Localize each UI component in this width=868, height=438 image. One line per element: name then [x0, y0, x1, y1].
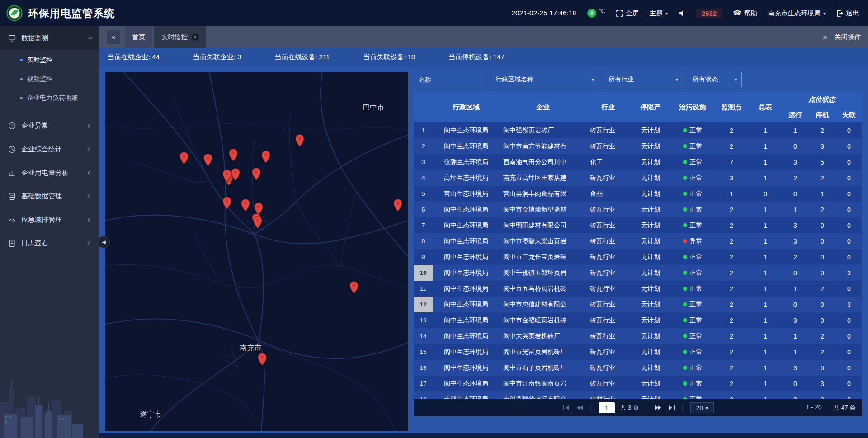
map-pin-icon[interactable]: [261, 150, 271, 163]
table-row[interactable]: 8 阆中生态环境局 阆中市枣碧大梁山页岩 砖瓦行业 无计划 异常 2 1 3 0…: [414, 233, 862, 249]
table-row[interactable]: 6 阆中生态环境局 阆中市金博瑞新型墙材 砖瓦行业 无计划 正常 2 1 1 2…: [414, 202, 862, 217]
map-pin-icon[interactable]: [231, 168, 241, 181]
cell-points: 7: [714, 154, 749, 170]
sidebar-item[interactable]: 应急减排管理: [0, 208, 99, 231]
chevron-down-icon: ▾: [592, 77, 594, 82]
industry-filter-value: 所有行业: [609, 75, 634, 84]
col-header[interactable]: 企业: [500, 92, 586, 122]
sidebar-item[interactable]: 企业异常: [0, 114, 99, 137]
map-panel[interactable]: 巴中市南充市遂宁市: [105, 72, 408, 431]
tab-item[interactable]: 首页: [125, 26, 152, 48]
col-header[interactable]: 停限产: [630, 92, 671, 122]
table-row[interactable]: 10 阆中生态环境局 阆中千佛镇五郎垭页岩 砖瓦行业 无计划 正常 2 1 0 …: [414, 265, 862, 281]
tab-item[interactable]: 实时监控 ×: [154, 26, 206, 48]
map-pin-icon[interactable]: [349, 281, 359, 294]
cell-index: 2: [414, 138, 433, 154]
fullscreen-icon: [616, 10, 623, 17]
page-size-select[interactable]: 20 ▾: [690, 402, 714, 413]
col-header[interactable]: 监测点: [714, 92, 749, 122]
table-row[interactable]: 14 阆中生态环境局 阆中大兴页岩机砖厂 砖瓦行业 无计划 正常 2 1 1 2…: [414, 328, 862, 344]
cell-limit: 无计划: [630, 360, 671, 376]
cell-meters: 0: [749, 186, 782, 202]
sidebar-subitem[interactable]: 企业电力负荷明细: [0, 89, 99, 108]
table-row[interactable]: 5 营山生态环境局 营山县润丰肉食品有限 食品 无计划 正常 1 0 0 1 0: [414, 186, 862, 202]
table-row[interactable]: 7 阆中生态环境局 阆中明阳建材有限公司 砖瓦行业 无计划 正常 2 1 3 0…: [414, 217, 862, 233]
table-row[interactable]: 1 阆中生态环境局 阆中强锐页岩砖厂 砖瓦行业 无计划 正常 2 1 1 2 0: [414, 122, 862, 138]
col-header[interactable]: 行政区域: [433, 92, 500, 122]
status-dot-icon: [683, 271, 687, 275]
first-page-button[interactable]: [562, 405, 570, 411]
table-row[interactable]: 11 阆中生态环境局 阆中市五马桥页岩机砖 砖瓦行业 无计划 正常 2 1 1 …: [414, 281, 862, 297]
table-row[interactable]: 12 阆中生态环境局 阆中市忠信建材有限公 砖瓦行业 无计划 正常 2 1 0 …: [414, 297, 862, 312]
tab-close-icon[interactable]: ×: [192, 33, 199, 41]
close-operations-button[interactable]: 关闭操作: [835, 33, 861, 42]
map-pin-icon[interactable]: [203, 154, 213, 167]
next-page-button[interactable]: [654, 405, 662, 411]
table-row[interactable]: 13 阆中生态环境局 阆中市金福旺页岩机砖 砖瓦行业 无计划 正常 2 1 3 …: [414, 312, 862, 328]
map-pin-icon[interactable]: [228, 148, 238, 161]
cell-meters: 1: [749, 265, 782, 281]
map-pin-icon[interactable]: [252, 168, 261, 181]
col-header[interactable]: 总表: [749, 92, 782, 122]
industry-filter-select[interactable]: 所有行业 ▾: [604, 72, 683, 87]
region-filter-select[interactable]: 行政区域名称 ▾: [491, 72, 599, 87]
sidebar-item[interactable]: 企业用电量分析: [0, 161, 99, 184]
cell-industry: 砖瓦行业: [586, 249, 630, 265]
col-subheader[interactable]: 运行: [782, 107, 809, 122]
cell-facility: 正常: [671, 202, 714, 217]
logout-button[interactable]: 退出: [836, 9, 859, 18]
col-subheader[interactable]: 停机: [809, 107, 836, 122]
table-row[interactable]: 17 阆中生态环境局 阆中市江南镇阆南页岩 砖瓦行业 无计划 正常 2 1 0 …: [414, 376, 862, 391]
page-number-input[interactable]: [599, 402, 615, 413]
divider: │: [681, 405, 684, 411]
sidebar-item[interactable]: 基础数据管理: [0, 184, 99, 208]
table-row[interactable]: 18 南部生态环境局 南部县瑞华水泥有限公 建材行业 无计划 正常 2 1 0 …: [414, 391, 862, 399]
map-pin-icon[interactable]: [222, 170, 231, 183]
alarm-speaker-icon[interactable]: [679, 10, 685, 17]
table-row[interactable]: 15 阆中生态环境局 阆中市光富页岩机砖厂 砖瓦行业 无计划 正常 2 1 1 …: [414, 344, 862, 360]
map-pin-icon[interactable]: [258, 353, 267, 366]
cell-stopped: 2: [809, 122, 836, 138]
map-pin-icon[interactable]: [241, 199, 250, 212]
bullet-icon: [20, 78, 23, 80]
map-pin-icon[interactable]: [393, 198, 402, 212]
stat-value: 44: [152, 53, 160, 61]
help-button[interactable]: ☎ 帮助: [733, 9, 757, 18]
map-pin-icon[interactable]: [222, 196, 231, 209]
col-subheader[interactable]: 失联: [836, 107, 862, 122]
alarm-count-badge[interactable]: 2632: [696, 9, 722, 18]
table-row[interactable]: 4 高坪生态环境局 南充市高坪区王家店建 砖瓦行业 无计划 正常 3 1 2 2…: [414, 170, 862, 186]
theme-dropdown[interactable]: 主题 ▾: [650, 9, 668, 18]
cell-region: 高坪生态环境局: [433, 170, 500, 186]
map-pin-icon[interactable]: [253, 216, 263, 229]
cell-points: 3: [714, 170, 749, 186]
org-dropdown[interactable]: 南充市生态环境局 ▾: [768, 9, 826, 18]
map-pin-icon[interactable]: [295, 134, 305, 147]
cell-company: 南充市高坪区王家店建: [500, 170, 586, 186]
status-filter-select[interactable]: 所有状态 ▾: [688, 72, 742, 87]
prev-page-button[interactable]: [576, 405, 584, 411]
table-row[interactable]: 3 仪陇生态环境局 西南油气田分公司川中 化工 无计划 正常 7 1 3 5 0: [414, 154, 862, 170]
tabs-scroll-left-button[interactable]: «: [107, 30, 120, 44]
table-row[interactable]: 16 阆中生态环境局 阆中市石子页岩机砖厂 砖瓦行业 无计划 正常 2 1 3 …: [414, 360, 862, 376]
col-header[interactable]: 治污设施: [671, 92, 714, 122]
sidebar-item[interactable]: 企业综合统计: [0, 137, 99, 161]
cell-meters: 1: [749, 312, 782, 328]
sidebar-item[interactable]: 日志查看: [0, 231, 99, 255]
cell-index: 18: [414, 391, 433, 399]
col-header[interactable]: 行业: [586, 92, 630, 122]
cell-industry: 砖瓦行业: [586, 281, 630, 297]
map-collapse-button[interactable]: ◀: [98, 236, 110, 248]
fullscreen-button[interactable]: 全屏: [616, 9, 639, 18]
cell-industry: 砖瓦行业: [586, 297, 630, 312]
last-page-button[interactable]: [667, 405, 675, 411]
cell-stopped: 0: [809, 249, 836, 265]
map-pin-icon[interactable]: [179, 152, 189, 165]
table-row[interactable]: 2 阆中生态环境局 阆中市南方节能建材有 砖瓦行业 无计划 正常 2 1 0 3…: [414, 138, 862, 154]
tabs-scroll-right-button[interactable]: »: [823, 33, 827, 42]
sidebar-item[interactable]: 数据监测: [0, 26, 99, 50]
table-row[interactable]: 9 阆中生态环境局 阆中市二龙长宝页岩砖 砖瓦行业 无计划 正常 2 1 2 0…: [414, 249, 862, 265]
sidebar-subitem[interactable]: 实时监控: [0, 51, 99, 70]
name-filter-input[interactable]: [414, 72, 486, 87]
sidebar-subitem[interactable]: 视频监控: [0, 70, 99, 89]
